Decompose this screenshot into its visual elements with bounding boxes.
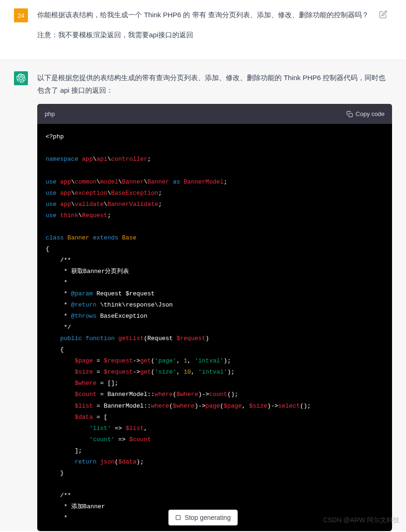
code-body: <?php namespace app\api\controller; use …: [37, 124, 392, 531]
svg-rect-0: [349, 113, 352, 117]
stop-generating-button[interactable]: Stop generating: [169, 510, 238, 525]
code-header: php Copy code: [37, 104, 392, 124]
user-content: 你能根据该表结构，给我生成一个 Think PHP6 的 带有 查询分页列表、添…: [37, 8, 392, 48]
watermark: CSDN @ARW 阿尔文科技: [323, 516, 399, 525]
user-message: 24 你能根据该表结构，给我生成一个 Think PHP6 的 带有 查询分页列…: [0, 0, 406, 60]
ai-message: 以下是根据您提供的表结构生成的带有查询分页列表、添加、修改、删除功能的 Thin…: [0, 60, 406, 531]
user-badge: 24: [14, 8, 28, 22]
ai-intro: 以下是根据您提供的表结构生成的带有查询分页列表、添加、修改、删除功能的 Thin…: [37, 71, 392, 96]
user-text-1: 你能根据该表结构，给我生成一个 Think PHP6 的 带有 查询分页列表、添…: [37, 8, 392, 21]
code-block: php Copy code <?php namespace app\api\co…: [37, 104, 392, 531]
user-text-2: 注意：我不要模板渲染返回，我需要api接口的返回: [37, 28, 392, 41]
stop-label: Stop generating: [185, 514, 231, 521]
ai-content: 以下是根据您提供的表结构生成的带有查询分页列表、添加、修改、删除功能的 Thin…: [37, 71, 392, 531]
copy-label: Copy code: [356, 109, 385, 119]
edit-icon[interactable]: [379, 10, 387, 20]
copy-button[interactable]: Copy code: [346, 109, 385, 119]
code-language: php: [45, 109, 55, 119]
ai-avatar: [14, 71, 28, 85]
svg-rect-1: [176, 516, 180, 520]
